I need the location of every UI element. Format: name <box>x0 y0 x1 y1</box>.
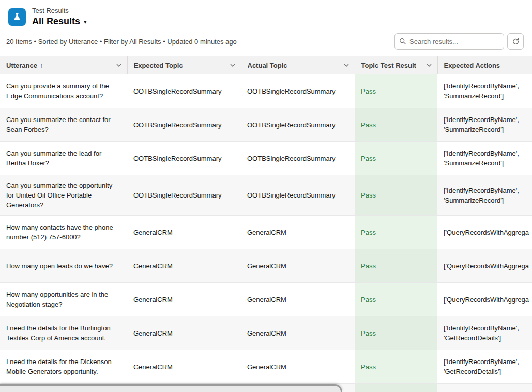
expected-actions-cell: ['QueryRecordsWithAggrega <box>437 216 532 249</box>
header-text: Test Results All Results ▾ <box>32 7 87 27</box>
utterance-cell: Can you summarize the opportunity for Un… <box>0 175 127 216</box>
utterance-cell: Can you summarize the contact for Sean F… <box>0 108 127 142</box>
expected-topic-cell: OOTBSingleRecordSummary <box>127 175 241 216</box>
list-view-name: All Results <box>32 16 80 27</box>
refresh-icon <box>512 38 520 46</box>
actual-topic-cell: OOTBSingleRecordSummary <box>241 108 355 142</box>
table-row[interactable]: I need the details for the Burlington Te… <box>0 316 532 350</box>
search-box[interactable] <box>394 33 504 50</box>
expected-topic-cell: GeneralCRM <box>127 350 241 384</box>
list-toolbar: 20 Items • Sorted by Utterance • Filter … <box>0 30 532 56</box>
expected-actions-cell: ['QueryRecordsWithAggrega <box>437 249 532 283</box>
column-header-expected-topic[interactable]: Expected Topic <box>127 56 241 74</box>
column-header-utterance[interactable]: Utterance ↑ <box>0 56 127 74</box>
result-cell: Pass <box>355 108 437 142</box>
expected-topic-cell: OOTBSingleRecordSummary <box>127 142 241 175</box>
chevron-down-icon[interactable] <box>229 63 236 68</box>
expected-topic-cell: GeneralCRM <box>127 249 241 283</box>
chevron-down-icon[interactable] <box>343 63 350 68</box>
actual-topic-cell: OOTBSingleRecordSummary <box>241 74 355 108</box>
table-row[interactable]: Can you summarize the contact for Sean F… <box>0 108 532 142</box>
table-row[interactable]: I need the details for the Dickenson Mob… <box>0 350 532 384</box>
utterance-cell: I need the details for the Burlington Te… <box>0 316 127 350</box>
result-cell: Pass <box>355 216 437 249</box>
column-label: Expected Actions <box>444 62 500 69</box>
column-header-topic-test-result[interactable]: Topic Test Result <box>355 56 437 74</box>
actual-topic-cell: OOTBSingleRecordSummary <box>241 175 355 216</box>
list-view-selector[interactable]: All Results ▾ <box>32 16 87 27</box>
expected-topic-cell: GeneralCRM <box>127 316 241 350</box>
expected-actions-cell: ['IdentifyRecordByName', 'SummarizeRecor… <box>437 74 532 108</box>
page-header: Test Results All Results ▾ <box>0 0 532 30</box>
search-icon <box>399 38 406 45</box>
chevron-down-icon[interactable] <box>425 63 433 68</box>
expected-actions-cell: ['IdentifyRecordByName', 'SummarizeRecor… <box>437 108 532 142</box>
column-label: Expected Topic <box>134 62 183 69</box>
actual-topic-cell: GeneralCRM <box>241 350 355 384</box>
table-row[interactable]: How many opportunities are in the Negoti… <box>0 283 532 316</box>
utterance-cell: How many contacts have the phone number … <box>0 216 127 249</box>
search-input[interactable] <box>409 38 499 46</box>
results-table: Utterance ↑ Expected Topic <box>0 56 532 392</box>
result-cell: Pass <box>355 142 437 175</box>
column-label: Utterance <box>6 62 37 69</box>
expected-actions-cell: ['QueryRecordsWithAggrega <box>437 283 532 316</box>
table-row[interactable]: How many open leads do we have? GeneralC… <box>0 249 532 283</box>
result-cell: Pass <box>355 350 437 384</box>
caret-down-icon: ▾ <box>84 18 87 25</box>
table-row[interactable]: How many contacts have the phone number … <box>0 216 532 249</box>
result-cell: Pass <box>355 74 437 108</box>
refresh-button[interactable] <box>507 33 524 50</box>
toolbar-actions <box>394 33 524 50</box>
results-table-wrap: Utterance ↑ Expected Topic <box>0 56 532 392</box>
actual-topic-cell: GeneralCRM <box>241 249 355 283</box>
expected-topic-cell: GeneralCRM <box>127 283 241 316</box>
result-cell: Pass <box>355 175 437 216</box>
actual-topic-cell: GeneralCRM <box>241 316 355 350</box>
expected-topic-cell: OOTBSingleRecordSummary <box>127 108 241 142</box>
column-header-actual-topic[interactable]: Actual Topic <box>241 56 355 74</box>
table-row[interactable]: Can you summarize the opportunity for Un… <box>0 175 532 216</box>
result-cell: Pass <box>355 249 437 283</box>
utterance-cell: How many opportunities are in the Negoti… <box>0 283 127 316</box>
test-results-page: Test Results All Results ▾ 20 Items • So… <box>0 0 532 392</box>
utterance-cell: Can you provide a summary of the Edge Co… <box>0 74 127 108</box>
expected-actions-cell: ['IdentifyRecordByName', 'GetRecordDetai… <box>437 350 532 384</box>
table-header-row: Utterance ↑ Expected Topic <box>0 56 532 74</box>
expected-actions-cell: ['IdentifyRecordByName', 'GetRecordDetai… <box>437 316 532 350</box>
table-row[interactable]: Can you provide a summary of the Edge Co… <box>0 74 532 108</box>
utterance-cell: Can you summarize the lead for Bertha Bo… <box>0 142 127 175</box>
column-header-expected-actions[interactable]: Expected Actions <box>437 56 532 74</box>
expected-topic-cell: OOTBSingleRecordSummary <box>127 74 241 108</box>
column-label: Actual Topic <box>248 62 287 69</box>
list-summary: 20 Items • Sorted by Utterance • Filter … <box>6 38 237 46</box>
expected-actions-cell: ['IdentifyRecordByName', <box>437 384 532 392</box>
actual-topic-cell: OOTBSingleRecordSummary <box>241 142 355 175</box>
expected-topic-cell: GeneralCRM <box>127 216 241 249</box>
actual-topic-cell: GeneralCRM <box>241 216 355 249</box>
expected-actions-cell: ['IdentifyRecordByName', 'SummarizeRecor… <box>437 175 532 216</box>
docked-panel-corner <box>0 384 342 392</box>
table-row[interactable]: Can you summarize the lead for Bertha Bo… <box>0 142 532 175</box>
column-label: Topic Test Result <box>361 62 416 69</box>
result-cell: Pass <box>355 316 437 350</box>
actual-topic-cell: GeneralCRM <box>241 283 355 316</box>
result-cell: Pass <box>355 283 437 316</box>
expected-actions-cell: ['IdentifyRecordByName', 'SummarizeRecor… <box>437 142 532 175</box>
chevron-down-icon[interactable] <box>115 63 123 68</box>
flask-icon <box>8 8 26 26</box>
utterance-cell: How many open leads do we have? <box>0 249 127 283</box>
object-label: Test Results <box>32 7 87 15</box>
result-cell <box>355 384 437 392</box>
utterance-cell: I need the details for the Dickenson Mob… <box>0 350 127 384</box>
arrow-up-icon: ↑ <box>40 62 43 69</box>
